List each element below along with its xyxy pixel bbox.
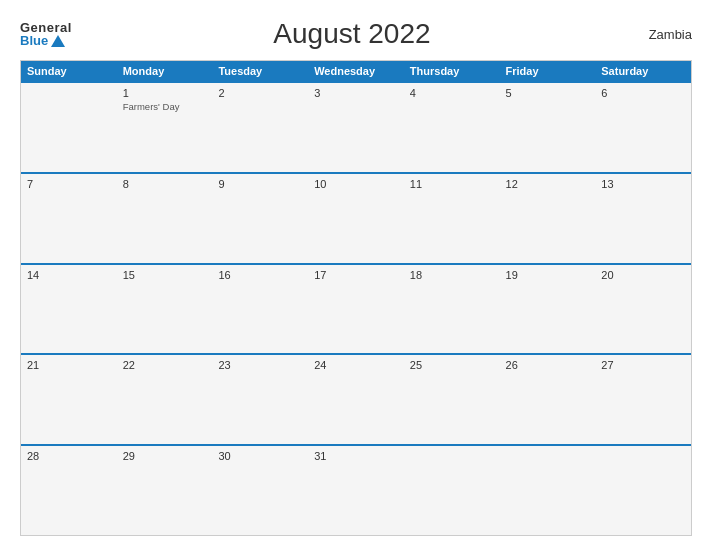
calendar-body: 1Farmers' Day234567891011121314151617181… xyxy=(21,81,691,535)
day-number: 30 xyxy=(218,450,302,462)
calendar-cell: 13 xyxy=(595,174,691,263)
calendar-cell: 3 xyxy=(308,83,404,172)
calendar-cell: 19 xyxy=(500,265,596,354)
day-number: 9 xyxy=(218,178,302,190)
calendar-cell: 6 xyxy=(595,83,691,172)
day-number: 19 xyxy=(506,269,590,281)
header-day-sunday: Sunday xyxy=(21,61,117,81)
day-number: 14 xyxy=(27,269,111,281)
logo-blue-row: Blue xyxy=(20,34,65,47)
calendar-page: General Blue August 2022 Zambia SundayMo… xyxy=(0,0,712,550)
calendar-week-1: 1Farmers' Day23456 xyxy=(21,81,691,172)
day-number: 3 xyxy=(314,87,398,99)
calendar-cell: 1Farmers' Day xyxy=(117,83,213,172)
calendar-cell: 15 xyxy=(117,265,213,354)
calendar-cell xyxy=(500,446,596,535)
calendar-cell: 16 xyxy=(212,265,308,354)
calendar-cell: 23 xyxy=(212,355,308,444)
calendar-header: SundayMondayTuesdayWednesdayThursdayFrid… xyxy=(21,61,691,81)
day-number: 8 xyxy=(123,178,207,190)
country-label: Zambia xyxy=(632,27,692,42)
calendar-grid: SundayMondayTuesdayWednesdayThursdayFrid… xyxy=(20,60,692,536)
calendar-title: August 2022 xyxy=(72,18,632,50)
calendar-cell: 10 xyxy=(308,174,404,263)
day-number: 4 xyxy=(410,87,494,99)
day-number: 7 xyxy=(27,178,111,190)
day-number: 28 xyxy=(27,450,111,462)
day-number: 16 xyxy=(218,269,302,281)
day-number: 17 xyxy=(314,269,398,281)
calendar-cell: 18 xyxy=(404,265,500,354)
calendar-cell: 20 xyxy=(595,265,691,354)
day-number: 12 xyxy=(506,178,590,190)
calendar-week-4: 21222324252627 xyxy=(21,353,691,444)
calendar-cell xyxy=(595,446,691,535)
day-number: 26 xyxy=(506,359,590,371)
calendar-cell: 12 xyxy=(500,174,596,263)
day-number: 25 xyxy=(410,359,494,371)
day-number: 27 xyxy=(601,359,685,371)
calendar-cell: 7 xyxy=(21,174,117,263)
calendar-cell: 25 xyxy=(404,355,500,444)
day-number: 11 xyxy=(410,178,494,190)
calendar-cell: 31 xyxy=(308,446,404,535)
calendar-cell: 30 xyxy=(212,446,308,535)
calendar-cell: 5 xyxy=(500,83,596,172)
day-number: 15 xyxy=(123,269,207,281)
day-number: 24 xyxy=(314,359,398,371)
calendar-cell xyxy=(21,83,117,172)
header-day-tuesday: Tuesday xyxy=(212,61,308,81)
header-day-saturday: Saturday xyxy=(595,61,691,81)
day-number: 18 xyxy=(410,269,494,281)
day-number: 29 xyxy=(123,450,207,462)
calendar-cell: 28 xyxy=(21,446,117,535)
calendar-cell: 4 xyxy=(404,83,500,172)
day-number: 31 xyxy=(314,450,398,462)
header-day-thursday: Thursday xyxy=(404,61,500,81)
day-number: 1 xyxy=(123,87,207,99)
day-number: 13 xyxy=(601,178,685,190)
logo-blue-text: Blue xyxy=(20,34,48,47)
calendar-cell: 26 xyxy=(500,355,596,444)
day-number: 23 xyxy=(218,359,302,371)
calendar-week-2: 78910111213 xyxy=(21,172,691,263)
calendar-cell: 17 xyxy=(308,265,404,354)
calendar-cell: 24 xyxy=(308,355,404,444)
day-number: 2 xyxy=(218,87,302,99)
calendar-cell: 14 xyxy=(21,265,117,354)
day-number: 6 xyxy=(601,87,685,99)
header-day-monday: Monday xyxy=(117,61,213,81)
day-number: 22 xyxy=(123,359,207,371)
day-number: 21 xyxy=(27,359,111,371)
calendar-cell: 29 xyxy=(117,446,213,535)
calendar-cell xyxy=(404,446,500,535)
calendar-week-5: 28293031 xyxy=(21,444,691,535)
calendar-cell: 8 xyxy=(117,174,213,263)
day-number: 10 xyxy=(314,178,398,190)
header-day-friday: Friday xyxy=(500,61,596,81)
holiday-label: Farmers' Day xyxy=(123,101,207,113)
calendar-week-3: 14151617181920 xyxy=(21,263,691,354)
calendar-cell: 9 xyxy=(212,174,308,263)
day-number: 20 xyxy=(601,269,685,281)
header: General Blue August 2022 Zambia xyxy=(20,18,692,50)
calendar-cell: 2 xyxy=(212,83,308,172)
calendar-cell: 27 xyxy=(595,355,691,444)
calendar-cell: 11 xyxy=(404,174,500,263)
logo-triangle-icon xyxy=(51,35,65,47)
calendar-cell: 21 xyxy=(21,355,117,444)
day-number: 5 xyxy=(506,87,590,99)
logo: General Blue xyxy=(20,21,72,47)
calendar-cell: 22 xyxy=(117,355,213,444)
header-day-wednesday: Wednesday xyxy=(308,61,404,81)
